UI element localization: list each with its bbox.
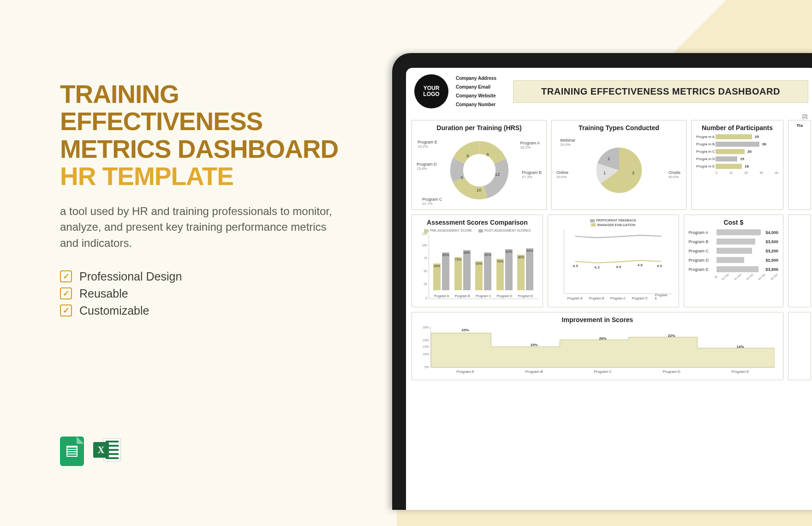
dashboard-header: YOUR LOGO Company Address Company Email … [406,68,812,113]
company-info: Company Address Company Email Company We… [456,76,496,107]
app-icons: X [60,436,121,466]
description: a tool used by HR and training professio… [60,203,337,251]
feedback-line-chart: 4.5 4.3 4.4 4.6 4.5 Program A Program B … [564,229,672,294]
title-line-2: EFFECTIVENESS [60,108,355,135]
duration-donut-chart: 8 12 10 6 8 Program A18.2% Program B27.3… [417,134,542,206]
card-title: Tra [790,123,809,128]
google-sheets-icon [60,436,84,466]
card-title: Training Types Conducted [556,124,681,132]
feature-label: Professional Design [79,270,182,283]
improvement-area-chart: 0% 10% 15% 20% 30% 25% 15% 20% 22% 14% [430,326,775,368]
svg-text:3: 3 [632,171,634,175]
page-badge: [2] [406,113,812,120]
check-icon: ✓ [60,305,72,317]
title-line-4: HR TEMPLATE [60,163,355,190]
company-line: Company Website [456,93,496,98]
card-title: Improvement in Scores [417,316,778,323]
assessment-card: Assessment Scores Comparison PRE-ASSESSM… [412,215,543,307]
svg-text:1: 1 [608,156,610,161]
trimmed-card: Tra [788,120,811,210]
laptop-notch [567,53,655,65]
assessment-grouped-bar-chart: 0 25 50 75 100 125 60%85%Program A 75%90… [429,234,538,299]
duration-card: Duration per Training (HRS) 8 12 10 6 [412,120,547,210]
svg-text:6: 6 [460,175,463,179]
feedback-legend: PARTICIPANT FEEDBACK MANAGER EVALUATION [553,219,674,227]
dashboard-title: TRAINING EFFECTIVENESS METRICS DASHBOARD [513,80,808,103]
card-title: Assessment Scores Comparison [417,219,538,226]
types-pie-chart: 3 1 1 Webinar20.0% Online20.0% Onsite60.… [556,134,681,206]
check-icon: ✓ [60,287,72,299]
title-line-3: METRICS DASHBOARD [60,136,355,163]
svg-text:1: 1 [603,171,605,175]
card-title: Number of Participants [696,124,778,132]
marketing-copy: TRAINING EFFECTIVENESS METRICS DASHBOARD… [60,81,355,321]
company-line: Company Number [456,102,496,107]
feature-item: ✓Reusable [60,287,355,300]
logo-text: LOGO [423,91,439,97]
cost-bar-chart: Program A$4,000 Program B$3,500 Program … [689,229,778,278]
improvement-card: Improvement in Scores 0% 10% 15% 20% 30%… [412,312,783,380]
company-line: Company Email [456,84,496,90]
trimmed-card-3 [788,312,811,380]
company-line: Company Address [456,76,496,81]
svg-point-4 [456,147,502,192]
svg-text:12: 12 [495,172,500,177]
participants-bar-chart: Progra m A25 Progra m B30 Progra m C20 P… [696,134,778,174]
feature-item: ✓Customizable [60,304,355,317]
card-title: Cost $ [689,219,778,226]
svg-text:8: 8 [466,154,469,158]
cost-card: Cost $ Program A$4,000 Program B$3,500 P… [684,215,783,307]
title-line-1: TRAINING [60,81,355,108]
dashboard-screen: YOUR LOGO Company Address Company Email … [406,68,812,510]
feature-label: Customizable [79,304,149,317]
participants-card: Number of Participants Progra m A25 Prog… [691,120,783,210]
feature-item: ✓Professional Design [60,270,355,283]
feature-label: Reusable [79,287,128,300]
svg-text:10: 10 [476,188,481,192]
laptop-mockup: YOUR LOGO Company Address Company Email … [383,53,812,510]
placeholder-logo: YOUR LOGO [414,74,448,108]
feedback-card: PARTICIPANT FEEDBACK MANAGER EVALUATION … [548,215,679,307]
types-card: Training Types Conducted 3 1 1 Webinar20… [551,120,687,210]
svg-text:8: 8 [486,152,489,157]
trimmed-card-2 [788,215,811,307]
card-title: Duration per Training (HRS) [417,124,542,132]
check-icon: ✓ [60,270,72,282]
assessment-legend: PRE-ASSESSMENT SCORE POST-ASSESSMENT SCO… [417,229,538,233]
excel-icon: X [93,436,121,463]
